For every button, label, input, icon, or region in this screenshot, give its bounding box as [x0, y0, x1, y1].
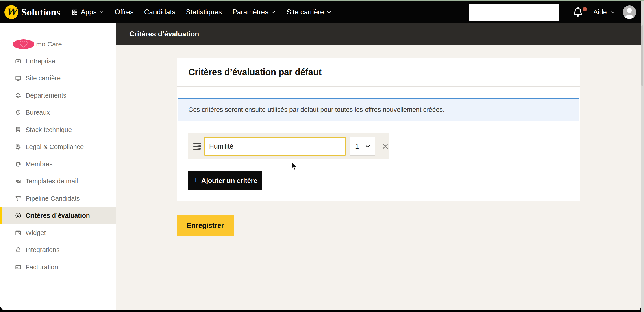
people-icon	[15, 92, 22, 99]
logo-wordmark: Solutions	[21, 6, 60, 18]
mail-icon	[15, 178, 22, 185]
sidebar-item-bureaux[interactable]: Bureaux	[0, 104, 116, 121]
chat-star-icon	[15, 212, 22, 219]
member-icon	[15, 161, 22, 167]
sidebar-item-stack-technique[interactable]: Stack technique	[0, 121, 116, 139]
page-title: Critères d’évaluation	[130, 30, 199, 38]
criterion-weight-value: 1	[355, 143, 359, 150]
info-banner-text: Ces critères seront ensuite utilisés par…	[188, 106, 444, 113]
sidebar-menu: Entreprise Site carrière Départements Bu…	[0, 53, 116, 276]
map-pin-icon	[15, 109, 22, 116]
sidebar-item-integrations[interactable]: Intégrations	[0, 241, 116, 259]
save-button[interactable]: Enregistrer	[177, 215, 234, 236]
default-criteria-card: Critères d’évaluation par défaut Ces cri…	[177, 58, 580, 201]
search-input[interactable]	[472, 6, 559, 19]
sidebar-item-membres[interactable]: Membres	[0, 156, 116, 173]
card-title: Critères d’évaluation par défaut	[188, 67, 322, 77]
notifications-button[interactable]	[572, 6, 584, 18]
funnel-plus-icon	[15, 195, 22, 202]
bell-icon	[15, 247, 22, 253]
stack-icon	[15, 126, 22, 133]
nav-item-statistiques[interactable]: Statistiques	[186, 8, 222, 16]
notification-badge	[583, 7, 587, 11]
info-banner: Ces critères seront ensuite utilisés par…	[178, 98, 580, 121]
remove-criterion-button[interactable]	[381, 142, 390, 151]
navbar-divider	[65, 6, 66, 19]
code-window-icon	[15, 229, 22, 236]
briefcase-icon	[15, 58, 22, 64]
person-silhouette-icon	[623, 6, 636, 19]
nav-item-apps[interactable]: Apps	[71, 8, 104, 16]
card-title-row: Critères d’évaluation par défaut	[177, 58, 580, 87]
close-icon	[381, 142, 390, 151]
brand-logo-icon: W	[4, 5, 18, 19]
sidebar-item-widget[interactable]: Widget	[0, 224, 116, 241]
chevron-down-icon	[364, 143, 371, 150]
criterion-name-input[interactable]	[204, 137, 346, 156]
logo-link[interactable]: W Solutions	[4, 5, 60, 19]
logo-w-glyph: W	[6, 7, 16, 17]
nav-item-site-carriere[interactable]: Site carrière	[286, 8, 332, 16]
top-navbar: W Solutions Apps Offres Candidats Statis…	[0, 1, 641, 23]
sidebar-item-legal-compliance[interactable]: Legal & Compliance	[0, 139, 116, 156]
company-name: mo Care	[36, 40, 62, 48]
nav-item-parametres[interactable]: Paramètres	[232, 8, 276, 16]
add-criterion-button[interactable]: + Ajouter un critère	[188, 171, 262, 190]
company-row: mo Care	[0, 39, 116, 50]
chevron-down-icon	[326, 10, 332, 15]
credit-card-icon	[15, 264, 22, 270]
chevron-down-icon	[99, 10, 104, 15]
chevron-down-icon	[610, 9, 616, 15]
scrollbar-track[interactable]	[641, 1, 644, 312]
document-pen-icon	[15, 144, 22, 150]
sidebar-item-departements[interactable]: Départements	[0, 87, 116, 104]
user-avatar[interactable]	[623, 6, 636, 19]
apps-grid-icon	[71, 9, 78, 16]
app-window: W Solutions Apps Offres Candidats Statis…	[0, 0, 644, 312]
sidebar-item-pipeline-candidats[interactable]: Pipeline Candidats	[0, 190, 116, 207]
global-search	[469, 4, 559, 21]
scrollbar-thumb[interactable]	[641, 25, 643, 86]
nav-item-offres[interactable]: Offres	[115, 8, 134, 16]
plus-icon: +	[193, 176, 198, 185]
page-header: Critères d’évaluation	[116, 23, 641, 45]
sidebar-item-entreprise[interactable]: Entreprise	[0, 53, 116, 70]
sidebar-item-criteres-evaluation[interactable]: Critères d’évaluation	[0, 207, 116, 224]
bell-icon	[572, 6, 584, 18]
main-content: Critères d’évaluation par défaut Ces cri…	[116, 45, 641, 310]
company-logo-redaction-sticker	[13, 39, 34, 49]
sidebar-item-facturation[interactable]: Facturation	[0, 258, 116, 276]
drag-handle-icon[interactable]	[193, 143, 201, 150]
help-menu[interactable]: Aide	[593, 8, 616, 16]
monitor-icon	[15, 75, 22, 82]
nav-item-candidats[interactable]: Candidats	[144, 8, 176, 16]
chevron-down-icon	[271, 10, 276, 15]
criteria-row: 1	[188, 133, 390, 159]
criterion-weight-select[interactable]: 1	[350, 137, 375, 156]
sidebar-item-site-carriere[interactable]: Site carrière	[0, 70, 116, 87]
sidebar-item-templates-de-mail[interactable]: Templates de mail	[0, 173, 116, 190]
settings-sidebar: mo Care Entreprise Site carrière Départe…	[0, 23, 116, 310]
